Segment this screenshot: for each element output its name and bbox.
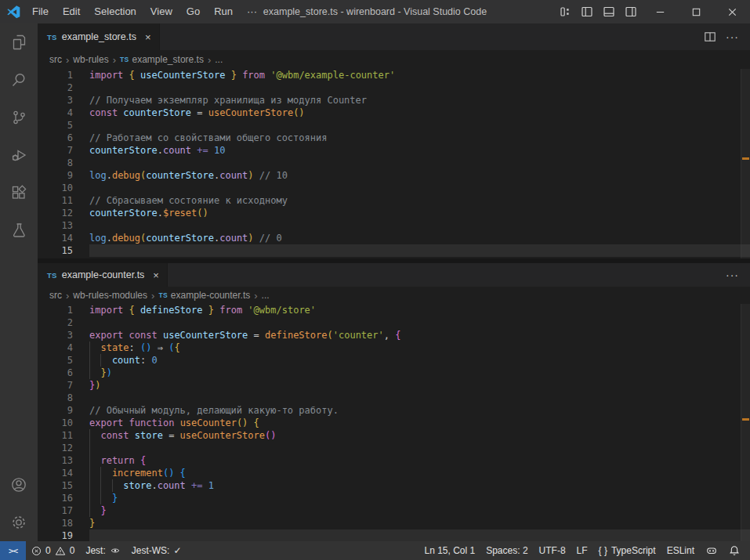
- line-content[interactable]: }): [89, 367, 750, 379]
- encoding-setting[interactable]: UTF-8: [534, 541, 571, 560]
- tab-example-counter[interactable]: TS example-counter.ts ×: [38, 263, 168, 287]
- close-button[interactable]: [714, 0, 750, 23]
- line-content[interactable]: const counterStore = useCounterStore(): [89, 107, 750, 119]
- code-line[interactable]: 13return {: [38, 454, 750, 467]
- code-line[interactable]: 2: [38, 316, 750, 329]
- toggle-panel-icon[interactable]: [598, 0, 620, 23]
- search-icon[interactable]: [0, 61, 38, 99]
- menu-item-[interactable]: ···: [240, 0, 264, 23]
- line-content[interactable]: [89, 392, 750, 404]
- code-line[interactable]: 12: [38, 442, 750, 454]
- breadcrumb-item[interactable]: TSexample-counter.ts: [158, 290, 250, 301]
- line-content[interactable]: [89, 81, 750, 94]
- code-line[interactable]: 16}: [38, 492, 750, 504]
- jest-ws-status[interactable]: Jest-WS: ✓: [126, 541, 187, 560]
- breadcrumb-item[interactable]: src: [49, 54, 62, 65]
- code-line[interactable]: 4const counterStore = useCounterStore(): [38, 107, 750, 119]
- problems-status[interactable]: 0 0: [26, 541, 80, 560]
- code-line[interactable]: 1import { defineStore } from '@wbm/store…: [38, 304, 750, 316]
- code-line[interactable]: 14log.debug(counterStore.count) // 0: [38, 232, 750, 244]
- line-content[interactable]: }: [89, 492, 750, 504]
- tab-close-icon[interactable]: ×: [145, 32, 151, 42]
- code-line[interactable]: 12counterStore.$reset(): [38, 207, 750, 219]
- remote-indicator[interactable]: ><: [0, 541, 26, 560]
- breadcrumb-item[interactable]: wb-rules-modules: [73, 290, 147, 301]
- line-content[interactable]: [89, 529, 750, 541]
- more-actions-icon[interactable]: ···: [726, 269, 739, 281]
- line-content[interactable]: counterStore.count += 10: [89, 144, 750, 157]
- code-editor-store[interactable]: 1import { useCounterStore } from '@wbm/e…: [38, 69, 750, 258]
- cursor-position[interactable]: Ln 15, Col 1: [418, 541, 480, 560]
- line-content[interactable]: // Обычный модуль, делающий какую-то раб…: [89, 404, 750, 417]
- extensions-icon[interactable]: [0, 174, 38, 211]
- line-content[interactable]: const store = useCounterStore(): [89, 429, 750, 442]
- code-line[interactable]: 5count: 0: [38, 354, 750, 367]
- code-line[interactable]: 3export const useCounterStore = defineSt…: [38, 329, 750, 341]
- menu-item-file[interactable]: File: [25, 0, 56, 23]
- indentation-setting[interactable]: Spaces: 2: [480, 541, 533, 560]
- tab-close-icon[interactable]: ×: [153, 270, 159, 280]
- code-line[interactable]: 19: [38, 529, 750, 541]
- customize-layout-icon[interactable]: [554, 0, 576, 23]
- split-editor-icon[interactable]: [704, 31, 716, 43]
- code-line[interactable]: 3// Получаем экземпляр хранилища из моду…: [38, 94, 750, 107]
- breadcrumb-item[interactable]: ...: [215, 54, 223, 65]
- menu-item-go[interactable]: Go: [179, 0, 207, 23]
- code-line[interactable]: 9// Обычный модуль, делающий какую-то ра…: [38, 404, 750, 417]
- line-content[interactable]: [89, 182, 750, 194]
- minimize-button[interactable]: [642, 0, 678, 23]
- breadcrumb-item[interactable]: src: [49, 290, 62, 301]
- code-line[interactable]: 6// Работаем со свойствами общего состоя…: [38, 132, 750, 144]
- accounts-icon[interactable]: [0, 466, 38, 504]
- language-mode[interactable]: { } TypeScript: [593, 541, 661, 560]
- code-line[interactable]: 4state: () ⇒ ({: [38, 341, 750, 354]
- testing-icon[interactable]: [0, 211, 38, 249]
- overview-ruler[interactable]: [741, 69, 750, 258]
- menu-item-run[interactable]: Run: [207, 0, 240, 23]
- code-line[interactable]: 10: [38, 182, 750, 194]
- settings-gear-icon[interactable]: [0, 504, 38, 541]
- jest-status[interactable]: Jest:: [80, 541, 125, 560]
- code-line[interactable]: 9log.debug(counterStore.count) // 10: [38, 169, 750, 182]
- line-content[interactable]: count: 0: [89, 354, 750, 367]
- line-content[interactable]: [89, 119, 750, 132]
- eslint-status[interactable]: ESLint: [661, 541, 700, 560]
- line-content[interactable]: store.count += 1: [89, 479, 750, 492]
- line-content[interactable]: log.debug(counterStore.count) // 0: [89, 232, 750, 244]
- line-content[interactable]: [89, 157, 750, 169]
- line-content[interactable]: [89, 219, 750, 232]
- line-content[interactable]: [89, 442, 750, 454]
- overview-ruler[interactable]: [741, 304, 750, 541]
- code-line[interactable]: 8: [38, 157, 750, 169]
- eol-setting[interactable]: LF: [571, 541, 593, 560]
- code-line[interactable]: 15: [38, 244, 750, 257]
- code-line[interactable]: 11// Сбрасываем состояние к исходному: [38, 194, 750, 207]
- line-content[interactable]: // Сбрасываем состояние к исходному: [89, 194, 750, 207]
- line-content[interactable]: }): [89, 379, 750, 392]
- code-line[interactable]: 10export function useCounter() {: [38, 417, 750, 429]
- line-content[interactable]: // Получаем экземпляр хранилища из модул…: [89, 94, 750, 107]
- maximize-button[interactable]: [678, 0, 714, 23]
- menu-item-edit[interactable]: Edit: [56, 0, 87, 23]
- more-actions-icon[interactable]: ···: [726, 31, 739, 43]
- code-line[interactable]: 17}: [38, 504, 750, 517]
- line-content[interactable]: [89, 316, 750, 329]
- line-content[interactable]: }: [89, 517, 750, 529]
- line-content[interactable]: [89, 244, 750, 257]
- code-line[interactable]: 2: [38, 81, 750, 94]
- code-line[interactable]: 15store.count += 1: [38, 479, 750, 492]
- line-content[interactable]: counterStore.$reset(): [89, 207, 750, 219]
- toggle-sidebar-icon[interactable]: [576, 0, 598, 23]
- line-content[interactable]: // Работаем со свойствами общего состоян…: [89, 132, 750, 144]
- code-line[interactable]: 13: [38, 219, 750, 232]
- code-editor-counter[interactable]: 1import { defineStore } from '@wbm/store…: [38, 304, 750, 541]
- breadcrumb-item[interactable]: wb-rules: [73, 54, 108, 65]
- code-line[interactable]: 5: [38, 119, 750, 132]
- line-content[interactable]: import { useCounterStore } from '@wbm/ex…: [89, 69, 750, 81]
- menu-item-selection[interactable]: Selection: [87, 0, 143, 23]
- line-content[interactable]: log.debug(counterStore.count) // 10: [89, 169, 750, 182]
- code-line[interactable]: 8: [38, 392, 750, 404]
- tab-example-store[interactable]: TS example_store.ts ×: [38, 23, 160, 50]
- code-line[interactable]: 14increment() {: [38, 467, 750, 479]
- copilot-status[interactable]: [700, 541, 723, 560]
